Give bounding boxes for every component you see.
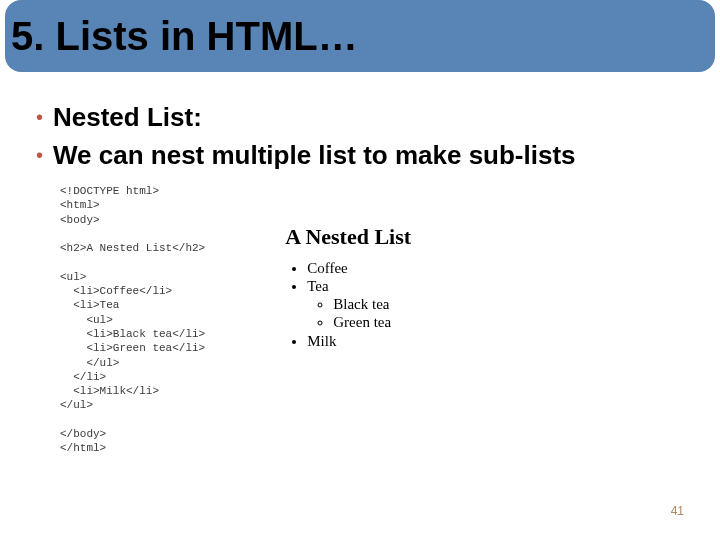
output-list: Coffee Tea Black tea Green tea Milk	[285, 260, 411, 350]
bullet-text-2: We can nest multiple list to make sub-li…	[53, 138, 576, 172]
bullet-icon: •	[36, 138, 43, 172]
list-item: Tea Black tea Green tea	[307, 278, 411, 331]
slide-title: 5. Lists in HTML…	[11, 16, 358, 56]
bullet-row: • Nested List:	[36, 100, 690, 134]
list-item: Green tea	[333, 314, 411, 331]
output-sublist: Black tea Green tea	[307, 296, 411, 331]
rendered-output: A Nested List Coffee Tea Black tea Green…	[285, 184, 411, 456]
body-area: • Nested List: • We can nest multiple li…	[36, 100, 690, 176]
list-item: Coffee	[307, 260, 411, 277]
list-item: Black tea	[333, 296, 411, 313]
bullet-icon: •	[36, 100, 43, 134]
page-number: 41	[671, 504, 684, 518]
bullet-text-1: Nested List:	[53, 100, 202, 134]
slide-title-bar: 5. Lists in HTML…	[5, 0, 715, 72]
list-item: Milk	[307, 333, 411, 350]
bullet-row: • We can nest multiple list to make sub-…	[36, 138, 690, 172]
output-heading: A Nested List	[285, 224, 411, 250]
code-sample: <!DOCTYPE html> <html> <body> <h2>A Nest…	[60, 184, 205, 456]
list-item-label: Tea	[307, 278, 328, 294]
content-row: <!DOCTYPE html> <html> <body> <h2>A Nest…	[60, 184, 690, 456]
